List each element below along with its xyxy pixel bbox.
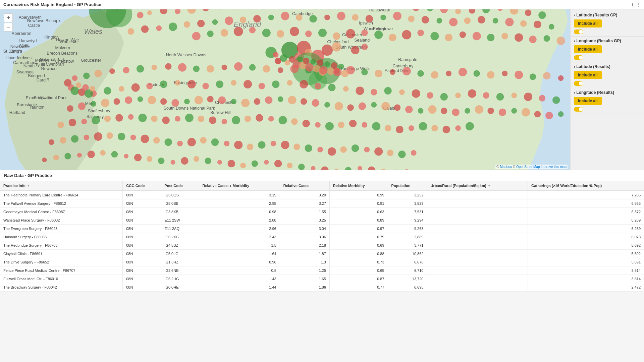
table-row[interactable]: Goodmayes Medical Centre - F8608708NIG3 … <box>0 208 644 216</box>
svg-point-162 <box>460 32 466 38</box>
toggle-switch-lon-results-gp[interactable] <box>574 55 583 60</box>
svg-point-213 <box>160 80 167 88</box>
table-row[interactable]: Hainault Surgery - F8608508NIG6 2XG2.433… <box>0 233 644 241</box>
svg-point-185 <box>249 64 256 71</box>
cell-relMorb-0: 0.99 <box>329 191 388 199</box>
svg-point-313 <box>385 125 391 132</box>
cell-gatherings-11: 2,472 <box>528 283 644 292</box>
th-wrapper-practice: Practice Info▼ <box>3 184 119 188</box>
svg-point-118 <box>212 19 218 25</box>
svg-point-300 <box>232 116 240 124</box>
table-row[interactable]: Fullwell Cross Med. Ctr. - F8601008NIG6 … <box>0 275 644 283</box>
svg-point-254 <box>207 96 214 103</box>
svg-point-327 <box>118 133 125 140</box>
cell-relCasesMorb-10: 1.43 <box>199 275 280 283</box>
improve-map-link[interactable]: Improve this map <box>541 165 567 169</box>
filter-title-lon-results-gp[interactable]: ›Longitude (Results GP) <box>574 39 641 43</box>
zoom-out-button[interactable]: − <box>4 23 13 32</box>
svg-point-311 <box>362 122 368 128</box>
cell-population-10: 13,720 <box>388 275 427 283</box>
svg-point-221 <box>272 80 279 88</box>
cell-relCases-5: 3.06 <box>280 233 329 241</box>
cell-relMorb-6: 0.69 <box>329 241 388 250</box>
svg-point-273 <box>428 105 436 114</box>
svg-point-115 <box>169 22 177 31</box>
table-row[interactable]: The Evergreen Surgery - F8602308NE11 2AQ… <box>0 225 644 233</box>
cell-ccg-0: 08N <box>123 191 161 199</box>
svg-point-334 <box>200 137 207 144</box>
filter-title-lat-results[interactable]: ›Latitude (Results) <box>574 64 641 69</box>
table-row[interactable]: The Drive Surgery - F8665208NIG1 3HZ0.96… <box>0 258 644 266</box>
svg-point-249 <box>148 96 156 104</box>
svg-point-116 <box>184 21 191 28</box>
svg-point-242 <box>67 105 73 112</box>
filter-title-lon-results[interactable]: ›Longitude (Results) <box>574 90 641 95</box>
table-row[interactable]: Clayhall Clinic - F8669108NIG5 0LG1.641.… <box>0 250 644 258</box>
th-practice[interactable]: Practice Info▼ <box>0 181 123 191</box>
cell-gatherings-0: 7,285 <box>528 191 644 199</box>
th-relCasesMorb: Relative Cases + Morbidity <box>199 181 280 191</box>
svg-point-344 <box>317 147 323 153</box>
svg-point-237 <box>496 93 504 101</box>
cell-postcode-2: IG3 8XB <box>161 208 199 216</box>
include-all-button-lat-results-gp[interactable]: Include all <box>574 19 602 27</box>
svg-point-401 <box>331 62 338 69</box>
svg-point-341 <box>281 141 289 149</box>
table-row[interactable]: The Fullwell Avenue Surgery - F8661208NI… <box>0 199 644 208</box>
svg-point-285 <box>57 122 64 128</box>
sort-icon-practice[interactable]: ▼ <box>27 184 30 187</box>
include-all-button-lat-results[interactable]: Include all <box>574 71 602 79</box>
cell-gatherings-6: 5,692 <box>528 241 644 250</box>
table-row[interactable]: The Broadway Surgery - F8604208NIG0 0HE1… <box>0 283 644 292</box>
svg-point-132 <box>408 15 415 22</box>
mapbox-link[interactable]: Mapbox <box>500 165 512 169</box>
svg-point-371 <box>252 160 258 167</box>
svg-point-294 <box>162 116 170 124</box>
svg-point-121 <box>253 15 261 22</box>
svg-point-274 <box>441 108 447 114</box>
svg-point-261 <box>288 96 296 104</box>
toggle-switch-lat-results[interactable] <box>574 81 583 86</box>
table-row[interactable]: The Redbridge Surgery - F8670308NIG4 5BZ… <box>0 241 644 250</box>
cell-relCasesMorb-5: 2.43 <box>199 233 280 241</box>
svg-point-252 <box>184 99 190 104</box>
cell-postcode-9: IG2 6NB <box>161 266 199 275</box>
osm-link[interactable]: OpenStreetMap <box>516 165 540 169</box>
svg-point-248 <box>138 97 143 102</box>
svg-point-374 <box>287 163 293 168</box>
filter-title-lat-results-gp[interactable]: ›Latitude (Results GP) <box>574 13 641 17</box>
zoom-in-button[interactable]: + <box>4 13 13 22</box>
toggle-switch-lat-results-gp[interactable] <box>574 29 583 34</box>
cell-gatherings-7: 5,692 <box>528 250 644 258</box>
more-icon[interactable]: ⋮ <box>636 2 641 7</box>
cell-practice-2: Goodmayes Medical Centre - F86087 <box>0 208 123 216</box>
map-container[interactable]: + − Wales England Aberystwyth Aberaeron … <box>0 9 570 170</box>
table-wrapper[interactable]: Practice Info▼CCG CodePost CodeRelative … <box>0 181 644 292</box>
svg-point-342 <box>293 143 300 150</box>
cell-relMorb-11: 0.77 <box>329 283 388 292</box>
sort-icon-urbanRural[interactable]: ▼ <box>488 184 491 187</box>
toggle-switch-lon-results[interactable] <box>574 107 583 112</box>
svg-point-235 <box>468 89 476 98</box>
svg-point-360 <box>124 154 128 159</box>
info-icon[interactable]: ℹ <box>632 2 633 7</box>
table-row[interactable]: Wanstead Place Surgery - F8603208NE11 2S… <box>0 216 644 225</box>
include-all-button-lon-results-gp[interactable]: Include all <box>574 45 602 53</box>
svg-text:Sealand: Sealand <box>354 38 370 43</box>
cell-relMorb-5: 0.79 <box>329 233 388 241</box>
cell-population-8: 6,678 <box>388 258 427 266</box>
cell-population-3: 9,294 <box>388 216 427 225</box>
table-row[interactable]: Fence Piece Road Medical Centre - F86707… <box>0 266 644 275</box>
svg-point-312 <box>372 122 380 130</box>
th-urbanRural[interactable]: Urban/Rural (Population/Sq km)▼ <box>427 181 528 191</box>
svg-point-124 <box>296 14 303 21</box>
cell-relMorb-7: 0.88 <box>329 250 388 258</box>
svg-point-207 <box>558 75 564 81</box>
cell-urbanRural-11 <box>427 283 528 292</box>
include-all-button-lon-results[interactable]: Include all <box>574 97 602 105</box>
cell-relCases-8: 1.3 <box>280 258 329 266</box>
svg-point-284 <box>558 111 564 117</box>
table-row[interactable]: The Heathcote Primary Care Centre - F866… <box>0 191 644 199</box>
svg-point-293 <box>151 116 158 122</box>
svg-point-205 <box>530 73 536 80</box>
